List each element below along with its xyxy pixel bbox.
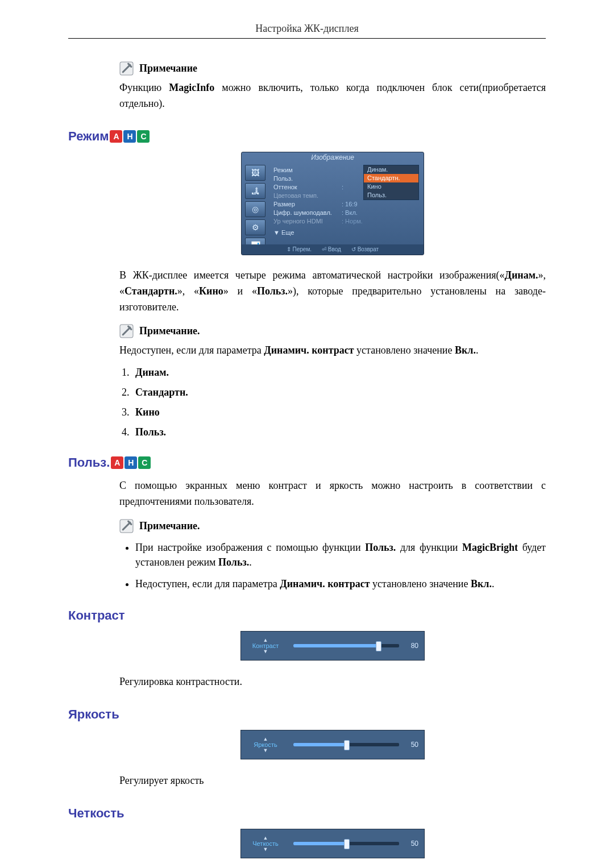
list-item: Польз. (132, 426, 546, 438)
section-sharpness-title: Четкость (68, 806, 125, 821)
osd-row: Размер: 16:9 (273, 200, 419, 209)
mode-content: Изображение 🖼 🏞 ◎ ⚙ 📊 Режим Польз. Оттен… (119, 152, 546, 439)
contrast-content: ▲ Контраст ▼ 80 Регулировка контрастност… (119, 631, 546, 690)
contrast-body: Регулировка контрастности. (119, 674, 546, 690)
mode-list: Динам. Стандартн. Кино Польз. (119, 367, 546, 438)
osd-title: Изображение (242, 153, 424, 161)
slider-track (293, 842, 399, 845)
page-title: Настройка ЖК-дисплея (68, 23, 546, 39)
list-item: Недоступен, если для параметра Динамич. … (135, 576, 546, 591)
osd-footer: ⇕ Перем. ⏎ Ввод ↺ Возврат (242, 244, 424, 255)
slider-value: 50 (411, 840, 418, 848)
osd-row: Ур черного HDMI: Норм. (273, 217, 419, 226)
section-contrast-heading: Контраст (68, 608, 546, 623)
chevron-down-icon: ▼ (263, 847, 268, 852)
note-label: Примечание (139, 63, 197, 74)
sharpness-content: ▲ Четкость ▼ 50 (119, 829, 546, 858)
tag-c-icon: C (138, 456, 151, 469)
section-mode-title: Режим (68, 129, 109, 144)
note-heading: Примечание (119, 61, 546, 76)
osd-option: Кино (364, 182, 418, 191)
osd-option: Польз. (364, 191, 418, 200)
section-user-title: Польз. (68, 455, 110, 470)
mode-note: Недоступен, если для параметра Динамич. … (119, 343, 546, 359)
note-icon (119, 519, 134, 533)
user-bullets: При настройке изображения с помощью функ… (119, 540, 546, 591)
tag-h-icon: H (125, 456, 137, 469)
list-item: При настройке изображения с помощью функ… (135, 540, 546, 570)
osd-menu-screenshot: Изображение 🖼 🏞 ◎ ⚙ 📊 Режим Польз. Оттен… (241, 152, 424, 255)
chevron-up-icon: ▲ (263, 638, 268, 642)
osd-row: Цифр. шумоподавл.: Вкл. (273, 209, 419, 217)
section-user-heading: Польз. A H C (68, 455, 546, 470)
brightness-slider-screenshot: ▲ Яркость ▼ 50 (240, 730, 425, 759)
note-label: Примечание. (139, 520, 200, 532)
osd-option-selected: Стандартн. (364, 174, 418, 182)
osd-foot-back: ↺ Возврат (351, 246, 379, 252)
slider-track (293, 743, 399, 746)
tag-h-icon: H (123, 130, 136, 143)
osd-picture-icon: 🖼 (245, 165, 265, 181)
osd-foot-enter: ⏎ Ввод (322, 246, 341, 252)
slider-value: 50 (411, 741, 418, 749)
user-body: С помощью экранных меню контраст и яркос… (119, 478, 546, 510)
brightness-content: ▲ Яркость ▼ 50 Регулирует яркость (119, 730, 546, 789)
osd-option: Динам. (364, 165, 418, 174)
mode-body: В ЖК-дисплее имеется четыре режима автом… (119, 268, 546, 315)
brightness-body: Регулирует яркость (119, 773, 546, 789)
tag-c-icon: C (137, 130, 150, 143)
note-icon (119, 61, 134, 76)
note-heading: Примечание. (119, 324, 546, 338)
osd-gear-icon: ⚙ (245, 219, 265, 235)
note-label: Примечание. (139, 325, 200, 337)
chevron-up-icon: ▲ (263, 836, 268, 840)
tag-a-icon: A (110, 130, 122, 143)
slider-value: 80 (411, 642, 418, 650)
list-item: Стандартн. (132, 387, 546, 398)
chevron-up-icon: ▲ (263, 737, 268, 741)
intro-block: Примечание Функцию MagicInfo можно включ… (119, 61, 546, 112)
section-contrast-title: Контраст (68, 608, 125, 623)
user-content: С помощью экранных меню контраст и яркос… (119, 478, 546, 591)
section-brightness-heading: Яркость (68, 707, 546, 722)
section-sharpness-heading: Четкость (68, 806, 546, 821)
list-item: Динам. (132, 367, 546, 379)
osd-left-icons: 🖼 🏞 ◎ ⚙ 📊 (245, 165, 267, 254)
slider-track (293, 644, 399, 647)
chevron-down-icon: ▼ (263, 748, 268, 753)
section-mode-heading: Режим A H C (68, 129, 546, 144)
osd-photo-icon: 🏞 (245, 183, 265, 199)
page: Настройка ЖК-дисплея Примечание Функцию … (0, 0, 614, 868)
chevron-down-icon: ▼ (263, 649, 268, 654)
sharpness-slider-screenshot: ▲ Четкость ▼ 50 (240, 829, 425, 858)
list-item: Кино (132, 406, 546, 418)
tag-a-icon: A (111, 456, 123, 469)
contrast-slider-screenshot: ▲ Контраст ▼ 80 (240, 631, 425, 661)
osd-option-list: Динам. Стандартн. Кино Польз. (363, 165, 419, 200)
intro-note-text: Функцию MagicInfo можно включить, только… (119, 80, 546, 112)
osd-target-icon: ◎ (245, 201, 265, 217)
note-heading: Примечание. (119, 519, 546, 533)
section-brightness-title: Яркость (68, 707, 119, 722)
osd-more: ▼ Еще (273, 229, 419, 236)
note-icon (119, 324, 134, 338)
osd-foot-move: ⇕ Перем. (287, 246, 312, 252)
